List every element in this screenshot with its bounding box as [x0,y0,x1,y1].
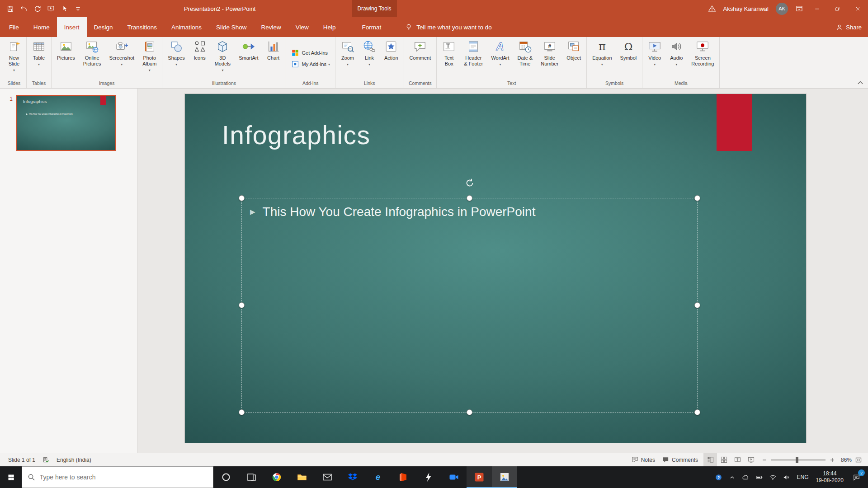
search-input[interactable] [40,474,208,481]
mail-taskbar-button[interactable] [315,466,340,488]
clock[interactable]: 18:44 19-08-2020 [812,470,847,484]
proofing-button[interactable] [39,456,53,463]
screenshot-button[interactable]: Screenshot▾ [105,37,139,80]
reading-view-button[interactable] [731,453,744,466]
photo-album-button[interactable]: PhotoAlbum▾ [138,37,160,80]
selection-handle-w[interactable] [239,302,245,308]
tab-slide-show[interactable]: Slide Show [209,17,254,37]
notes-button[interactable]: Notes [628,456,659,463]
shapes-button[interactable]: Shapes▾ [164,37,189,80]
language-indicator[interactable]: English (India) [53,457,95,463]
tab-file[interactable]: File [2,17,26,37]
cloud-tray-button[interactable] [739,466,753,488]
symbol-button[interactable]: ΩSymbol [616,37,641,80]
start-slideshow-button[interactable] [44,2,57,15]
touch-mode-button[interactable] [58,2,71,15]
dropbox-taskbar-button[interactable] [340,466,365,488]
chrome-taskbar-button[interactable] [264,466,289,488]
smartart-button[interactable]: SmartArt [235,37,262,80]
tab-review[interactable]: Review [254,17,288,37]
help-tray-button[interactable]: ? [712,466,726,488]
audio-button[interactable]: Audio▾ [665,37,687,80]
tab-animations[interactable]: Animations [164,17,209,37]
zoom-app-taskbar-button[interactable] [441,466,467,488]
chart-button[interactable]: Chart [263,37,284,80]
slide-bullet-line[interactable]: ▶ This How You Create Infographics in Po… [250,205,535,219]
zoom-out-button[interactable] [760,453,769,466]
zoom-in-button[interactable] [827,453,837,466]
network-tray-button[interactable] [766,466,780,488]
action-button[interactable]: Action [380,37,402,80]
tab-help[interactable]: Help [316,17,343,37]
zoom-level[interactable]: 86% [837,457,854,463]
online-pictures-button[interactable]: OnlinePictures [79,37,105,80]
collapse-ribbon-button[interactable] [857,81,863,85]
slide-thumbnail[interactable]: Infographics ▶ This How You Create Infog… [16,95,116,151]
object-button[interactable]: Object [562,37,585,80]
edge-taskbar-button[interactable]: e [365,466,391,488]
cortana-taskbar-button[interactable] [213,466,239,488]
volume-muted-tray-button[interactable] [780,466,793,488]
customize-qat-button[interactable] [71,2,84,15]
avatar[interactable]: AK [776,3,788,15]
photos-taskbar-button[interactable] [492,466,517,488]
slideshow-view-button[interactable] [744,453,758,466]
new-slide-button[interactable]: NewSlide▾ [3,37,25,80]
zoom-slider[interactable] [771,460,826,460]
slide-title-text[interactable]: Infographics [222,120,371,150]
slide-number-button[interactable]: #SlideNumber [537,37,562,80]
tab-view[interactable]: View [288,17,316,37]
slide-sorter-view-button[interactable] [717,453,731,466]
normal-view-button[interactable] [703,453,717,466]
pictures-button[interactable]: Pictures [53,37,79,80]
language-tray-button[interactable]: ENG [793,474,812,480]
office-taskbar-button[interactable] [391,466,416,488]
tab-home[interactable]: Home [26,17,57,37]
icons-button[interactable]: Icons [189,37,211,80]
video-button[interactable]: Video▾ [644,37,665,80]
my-add-ins-button[interactable]: My Add-ins▾ [291,60,330,68]
rotate-handle[interactable] [464,178,475,188]
tab-design[interactable]: Design [87,17,120,37]
selection-handle-sw[interactable] [239,409,245,415]
selection-handle-e[interactable] [694,302,700,308]
comment-button[interactable]: Comment [406,37,435,80]
screen-recording-button[interactable]: ScreenRecording [687,37,718,80]
file-explorer-taskbar-button[interactable] [289,466,315,488]
content-placeholder[interactable]: ▶ This How You Create Infographics in Po… [241,198,698,413]
selection-handle-s[interactable] [467,409,472,415]
selection-handle-se[interactable] [694,409,700,415]
powerpoint-taskbar-button[interactable]: P [467,466,492,488]
slide-accent-bar[interactable] [717,94,752,151]
header-footer-button[interactable]: Header& Footer [460,37,487,80]
tab-format[interactable]: Format [355,17,389,37]
wordart-button[interactable]: AWordArt▾ [487,37,513,80]
tell-me-box[interactable]: Tell me what you want to do [405,17,492,37]
selection-handle-n[interactable] [467,195,472,201]
share-button[interactable]: Share [835,17,862,37]
selection-handle-nw[interactable] [239,195,245,201]
slide-editing-area[interactable]: Infographics ▶ This How You Create Infog… [137,89,868,453]
close-button[interactable] [848,0,868,17]
slide-thumbnail-panel[interactable]: 1 Infographics ▶ This How You Create Inf… [0,89,137,453]
user-name[interactable]: Akshay Karanwal [720,5,772,12]
ribbon-display-options-button[interactable] [792,0,807,17]
warning-icon[interactable] [704,0,720,17]
link-button[interactable]: Link▾ [359,37,380,80]
task-view-taskbar-button[interactable] [239,466,264,488]
zoom-slider-thumb[interactable] [796,457,798,463]
get-add-ins-button[interactable]: Get Add-ins [291,49,328,57]
3d-models-button[interactable]: 3DModels▾ [211,37,235,80]
battery-tray-button[interactable] [753,466,766,488]
text-box-button[interactable]: TextBox [438,37,460,80]
table-button[interactable]: Table▾ [28,37,50,80]
start-button[interactable] [0,466,22,488]
taskbar-search[interactable] [22,466,213,488]
fit-to-window-button[interactable] [854,453,863,466]
slide-canvas[interactable]: Infographics ▶ This How You Create Infog… [185,94,806,443]
date-time-button[interactable]: Date &Time [514,37,537,80]
lightning-taskbar-button[interactable] [416,466,441,488]
restore-button[interactable] [827,0,848,17]
tab-transitions[interactable]: Transitions [120,17,165,37]
slide-thumbnail-item[interactable]: 1 Infographics ▶ This How You Create Inf… [6,95,137,151]
